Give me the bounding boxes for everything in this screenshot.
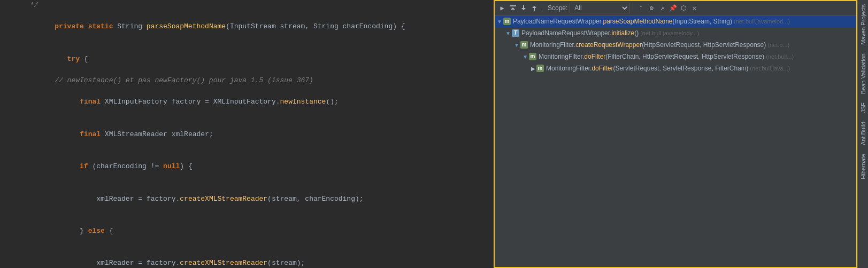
expand-arrow-3[interactable]: ▼ [523, 53, 528, 61]
method-name-4: doFilter [592, 64, 613, 73]
code-line: } else { [0, 215, 494, 247]
code-line: xmlReader = factory.createXMLStreamReade… [0, 183, 494, 215]
method-icon-3: m [529, 53, 536, 60]
bean-validation-tab[interactable]: Bean Validation [859, 49, 867, 98]
params-3: (FilterChain, HttpServletRequest, HttpSe… [605, 52, 764, 61]
expand-arrow-0[interactable]: ▼ [497, 18, 502, 26]
expand-arrow-4[interactable]: ▶ [531, 65, 535, 73]
export-icon[interactable]: ↗ [658, 4, 666, 12]
ant-build-tab[interactable]: Ant Build [859, 117, 867, 149]
side-tabs-panel: Maven Projects Bean Validation JSF Ant B… [857, 0, 868, 268]
maven-projects-tab[interactable]: Maven Projects [859, 0, 867, 49]
params-2: (HttpServletRequest, HttpServletResponse… [642, 40, 766, 50]
package-4: (net.bull.java...) [748, 64, 790, 73]
stack-frame-3[interactable]: ▼ m MonitoringFilter.doFilter(FilterChai… [495, 51, 856, 62]
method-name-1: initialize [611, 28, 634, 38]
external-icon[interactable]: ⬡ [679, 4, 688, 12]
pin-icon[interactable]: 📌 [669, 4, 677, 12]
params-0: (InputStream, String) [673, 17, 732, 26]
code-editor: */ private static String parseSoapMethod… [0, 0, 494, 268]
package-2: (net.b...) [766, 41, 789, 50]
stack-frame-2[interactable]: ▼ m MonitoringFilter.createRequestWrappe… [495, 39, 856, 51]
scope-select[interactable]: All Current Thread [570, 3, 629, 13]
class-name-2: MonitoringFilter. [530, 40, 575, 50]
toolbar-separator-2 [633, 4, 633, 12]
jsf-tab[interactable]: JSF [859, 98, 867, 117]
call-stack-toolbar: ▶ Scope: All Current Thread ↑ ⚙ ↗ 📌 ⬡ ✕ [495, 1, 856, 15]
resume-icon[interactable]: ▶ [498, 4, 506, 12]
code-line: private static String parseSoapMethodNam… [0, 11, 494, 43]
expand-arrow-1[interactable]: ▼ [505, 29, 511, 37]
hibernate-tab[interactable]: Hibernate [859, 149, 867, 184]
stack-frame-0[interactable]: ▼ m PayloadNameRequestWrapper.parseSoapM… [495, 15, 856, 27]
params-1: () [634, 28, 639, 38]
method-icon-0: m [503, 18, 511, 25]
code-line: */ [0, 0, 494, 11]
expand-arrow-2[interactable]: ▼ [514, 41, 519, 49]
restore-icon[interactable]: ↑ [636, 4, 645, 12]
method-name-3: doFilter [584, 52, 605, 61]
method-icon-2: m [520, 41, 528, 49]
package-3: (net.bull...) [764, 52, 794, 61]
code-line: xmlReader = factory.createXMLStreamReade… [0, 247, 494, 268]
class-name-4: MonitoringFilter. [546, 64, 592, 73]
method-name-0: parseSoapMethodName [603, 17, 672, 26]
method-icon-4: m [536, 65, 544, 72]
params-4: (ServletRequest, ServletResponse, Filter… [613, 64, 748, 73]
step-into-icon[interactable] [519, 4, 528, 12]
class-name-0: PayloadNameRequestWrapper. [513, 17, 603, 26]
package-1: (net.bull.javamelody...) [639, 29, 699, 38]
code-line: try { [0, 43, 494, 75]
stack-frame-4[interactable]: ▶ m MonitoringFilter.doFilter(ServletReq… [495, 62, 856, 74]
stack-frame-1[interactable]: ▼ T PayloadNameRequestWrapper.initialize… [495, 27, 856, 39]
settings-icon[interactable]: ⚙ [647, 4, 656, 12]
close-icon[interactable]: ✕ [690, 4, 698, 12]
class-name-3: MonitoringFilter. [539, 52, 584, 61]
package-0: (net.bull.javamelod...) [732, 17, 790, 26]
toolbar-separator [542, 4, 542, 12]
code-line: final XMLInputFactory factory = XMLInput… [0, 86, 494, 118]
step-out-icon[interactable] [530, 4, 539, 12]
call-stack-list[interactable]: ▼ m PayloadNameRequestWrapper.parseSoapM… [495, 15, 856, 267]
method-name-2: createRequestWrapper [575, 40, 642, 50]
svg-rect-0 [510, 5, 516, 6]
code-line: if (charEncoding != null) { [0, 151, 494, 183]
code-line: final XMLStreamReader xmlReader; [0, 119, 494, 151]
call-stack-panel: ▶ Scope: All Current Thread ↑ ⚙ ↗ 📌 ⬡ ✕ … [494, 0, 857, 268]
constructor-icon-1: T [512, 29, 519, 37]
scope-label: Scope: [548, 4, 567, 12]
step-over-icon[interactable] [509, 4, 517, 12]
class-name-1: PayloadNameRequestWrapper. [521, 28, 612, 38]
code-line: // newInstance() et pas newFactory() pou… [0, 75, 494, 86]
